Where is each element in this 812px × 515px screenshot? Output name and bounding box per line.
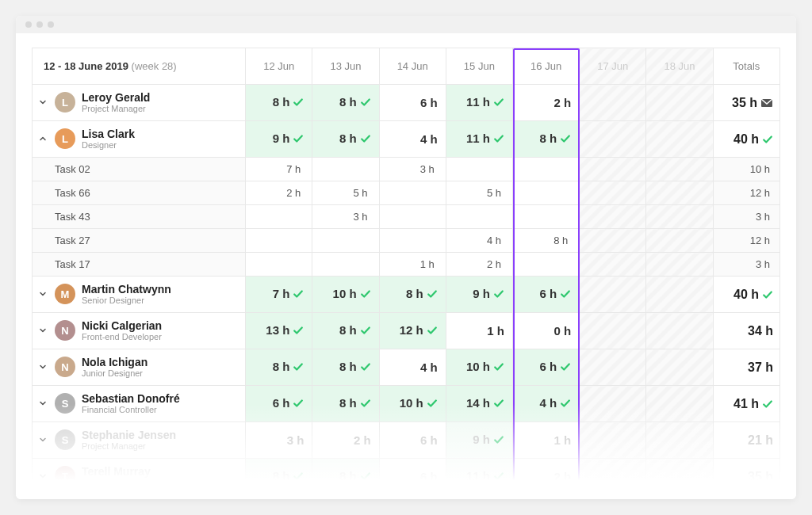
day-header[interactable]: 15 Jun <box>446 48 512 85</box>
person-cell[interactable]: SStephanie JensenProject Manager <box>33 422 246 459</box>
day-header[interactable]: 14 Jun <box>379 48 446 85</box>
task-hours-cell[interactable] <box>379 205 446 229</box>
task-hours-cell[interactable] <box>513 181 580 205</box>
hours-cell[interactable]: 12 h <box>379 313 446 349</box>
task-hours-cell[interactable]: 2 h <box>446 253 512 277</box>
day-header[interactable]: 18 Jun <box>646 48 713 85</box>
task-hours-cell[interactable] <box>312 229 379 253</box>
person-cell[interactable]: TTerell MurrayJunior Manager <box>33 459 246 495</box>
person-row: LLeroy GeraldProject Manager8 h8 h6 h11 … <box>33 85 780 121</box>
hours-cell[interactable]: 2 h <box>312 422 379 459</box>
task-hours-cell[interactable]: 2 h <box>246 181 312 205</box>
day-header[interactable]: 17 Jun <box>580 48 646 85</box>
chevron-down-icon[interactable] <box>37 288 48 299</box>
chevron-down-icon[interactable] <box>37 398 48 409</box>
hours-cell[interactable]: 2 h <box>513 85 580 121</box>
hours-cell[interactable]: 11 h <box>446 85 512 121</box>
task-hours-cell[interactable]: 1 h <box>379 253 446 277</box>
hours-cell[interactable]: 11 h <box>446 121 512 158</box>
task-name-cell[interactable]: Task 17 <box>33 253 246 277</box>
task-hours-cell[interactable]: 3 h <box>379 158 446 181</box>
hours-cell[interactable]: 8 h <box>312 459 379 495</box>
hours-cell[interactable]: 11 h <box>446 459 512 495</box>
chevron-down-icon[interactable] <box>37 361 48 372</box>
hours-cell[interactable]: 14 h <box>446 386 512 422</box>
hours-value: 9 h <box>473 433 490 446</box>
task-hours-cell[interactable] <box>446 158 512 181</box>
task-hours-cell[interactable]: 4 h <box>446 229 512 253</box>
task-hours-cell[interactable]: 5 h <box>446 181 512 205</box>
task-hours-cell[interactable]: 5 h <box>312 181 379 205</box>
day-header[interactable]: 13 Jun <box>312 48 379 85</box>
person-cell[interactable]: NNicki CalgerianFront-end Developer <box>33 313 246 349</box>
task-name-cell[interactable]: Task 27 <box>33 229 246 253</box>
hours-cell[interactable]: 10 h <box>446 349 512 386</box>
task-hours-cell[interactable] <box>246 253 312 277</box>
task-hours-cell[interactable]: 8 h <box>513 229 580 253</box>
person-cell[interactable]: NNola IchiganJunior Designer <box>33 349 246 386</box>
check-icon <box>493 434 504 448</box>
mail-icon[interactable] <box>760 98 773 108</box>
hours-cell[interactable]: 6 h <box>513 349 580 386</box>
hours-cell[interactable]: 8 h <box>513 121 580 158</box>
hours-cell[interactable]: 2 h <box>513 459 580 495</box>
hours-cell[interactable]: 1 h <box>446 313 512 349</box>
hours-cell[interactable]: 6 h <box>246 386 312 422</box>
task-name-cell[interactable]: Task 02 <box>33 158 246 181</box>
task-hours-cell[interactable] <box>312 158 379 181</box>
chevron-down-icon[interactable] <box>37 471 48 482</box>
task-hours-cell[interactable] <box>312 253 379 277</box>
task-hours-cell[interactable] <box>246 205 312 229</box>
hours-cell[interactable]: 6 h <box>379 422 446 459</box>
day-header[interactable]: 12 Jun <box>246 48 312 85</box>
hours-cell[interactable]: 8 h <box>312 386 379 422</box>
hours-cell[interactable]: 10 h <box>379 386 446 422</box>
person-info: Terell MurrayJunior Manager <box>82 465 151 488</box>
task-hours-cell[interactable] <box>379 229 446 253</box>
hours-cell[interactable]: 8 h <box>312 121 379 158</box>
task-hours-cell[interactable] <box>513 158 580 181</box>
hours-cell[interactable]: 4 h <box>379 121 446 158</box>
task-hours-cell[interactable] <box>513 253 580 277</box>
chevron-down-icon[interactable] <box>37 97 48 108</box>
task-hours-cell[interactable] <box>513 205 580 229</box>
hours-cell[interactable]: 8 h <box>246 459 312 495</box>
task-hours-cell[interactable] <box>379 181 446 205</box>
hours-cell[interactable]: 9 h <box>246 121 312 158</box>
task-hours-cell[interactable]: 3 h <box>312 205 379 229</box>
hours-cell[interactable]: 8 h <box>246 85 312 121</box>
chevron-down-icon[interactable] <box>37 325 48 336</box>
hours-cell[interactable]: 13 h <box>246 313 312 349</box>
day-header[interactable]: 16 Jun <box>513 48 580 85</box>
hours-cell[interactable]: 9 h <box>446 422 512 459</box>
task-name-cell[interactable]: Task 43 <box>33 205 246 229</box>
task-hours-cell[interactable] <box>246 229 312 253</box>
person-cell[interactable]: MMartin ChatwynnSenior Designer <box>33 277 246 313</box>
check-icon <box>360 325 371 338</box>
hours-cell[interactable]: 4 h <box>379 349 446 386</box>
hours-cell[interactable]: 3 h <box>246 422 312 459</box>
person-cell[interactable]: LLisa ClarkDesigner <box>33 121 246 158</box>
hours-cell[interactable]: 8 h <box>312 85 379 121</box>
hours-cell[interactable]: 6 h <box>513 277 580 313</box>
person-cell[interactable]: SSebastian DonofréFinancial Controller <box>33 386 246 422</box>
hours-cell[interactable]: 6 h <box>379 85 446 121</box>
chevron-down-icon[interactable] <box>37 434 48 445</box>
hours-cell[interactable]: 8 h <box>312 349 379 386</box>
hours-cell[interactable]: 1 h <box>513 422 580 459</box>
hours-cell[interactable]: 10 h <box>312 277 379 313</box>
task-name-cell[interactable]: Task 66 <box>33 181 246 205</box>
person-cell[interactable]: LLeroy GeraldProject Manager <box>33 85 246 121</box>
hours-cell[interactable]: 0 h <box>513 313 580 349</box>
hours-cell[interactable]: 8 h <box>379 277 446 313</box>
hours-cell[interactable]: 8 h <box>312 313 379 349</box>
date-range-header[interactable]: 12 - 18 June 2019 (week 28) <box>33 48 246 85</box>
task-hours-cell[interactable] <box>446 205 512 229</box>
hours-cell[interactable]: 8 h <box>246 349 312 386</box>
hours-cell[interactable]: 4 h <box>513 386 580 422</box>
chevron-up-icon[interactable] <box>37 133 48 144</box>
hours-cell[interactable]: 9 h <box>446 277 512 313</box>
hours-cell[interactable]: 7 h <box>246 277 312 313</box>
hours-cell[interactable]: 6 h <box>379 459 446 495</box>
task-hours-cell[interactable]: 7 h <box>246 158 312 181</box>
